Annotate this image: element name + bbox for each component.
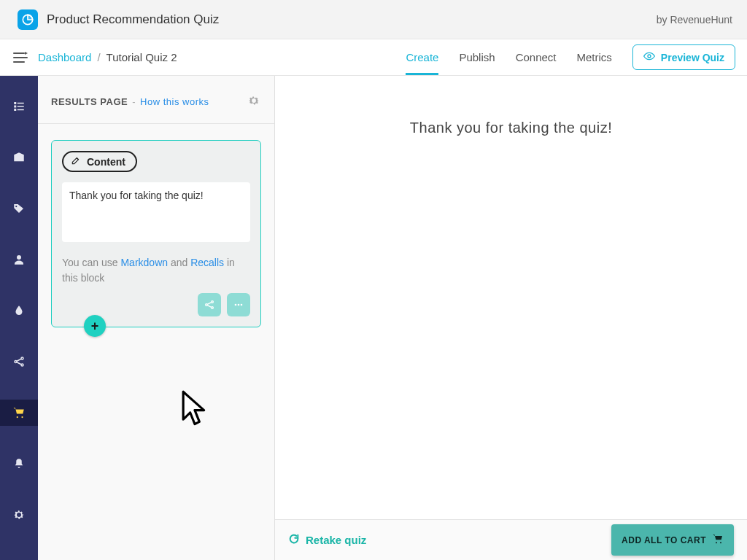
svg-point-20 <box>206 304 208 306</box>
rail-tag-icon[interactable] <box>0 195 38 222</box>
preview-quiz-button[interactable]: Preview Quiz <box>632 44 735 70</box>
app-title: Product Recommendation Quiz <box>47 12 219 27</box>
menu-toggle-icon[interactable] <box>12 49 29 66</box>
edit-icon <box>71 155 81 168</box>
eye-icon <box>643 50 655 64</box>
svg-point-18 <box>17 416 18 418</box>
results-page-title: RESULTS PAGE <box>51 96 128 107</box>
rail-bell-icon[interactable] <box>0 451 38 477</box>
content-editor[interactable] <box>62 182 250 242</box>
svg-rect-6 <box>18 103 24 104</box>
svg-rect-9 <box>14 109 16 111</box>
cursor-pointer-icon <box>181 389 209 432</box>
tab-metrics[interactable]: Metrics <box>577 39 612 75</box>
svg-line-24 <box>207 306 211 308</box>
svg-line-23 <box>207 303 211 305</box>
svg-point-12 <box>17 255 21 260</box>
tab-publish[interactable]: Publish <box>459 39 495 75</box>
rail-gear-icon[interactable] <box>0 502 38 528</box>
retake-quiz-button[interactable]: Retake quiz <box>288 533 366 547</box>
results-dash: - <box>132 96 136 107</box>
svg-point-22 <box>212 307 214 309</box>
rail-drop-icon[interactable] <box>0 298 38 324</box>
svg-point-26 <box>238 304 240 306</box>
svg-point-27 <box>241 304 243 306</box>
add-all-to-cart-button[interactable]: ADD ALL TO CART <box>611 524 734 556</box>
svg-rect-5 <box>14 102 16 104</box>
rail-cart-icon[interactable] <box>0 400 38 426</box>
by-line: by RevenueHunt <box>657 14 732 26</box>
add-all-label: ADD ALL TO CART <box>622 535 706 545</box>
block-share-button[interactable] <box>198 293 221 316</box>
content-chip[interactable]: Content <box>62 151 137 172</box>
content-block[interactable]: Content You can use Markdown and Recalls… <box>51 140 261 327</box>
svg-point-11 <box>15 206 17 207</box>
breadcrumb-dashboard[interactable]: Dashboard <box>38 51 91 63</box>
results-settings-icon[interactable] <box>247 93 261 110</box>
svg-rect-7 <box>14 106 16 108</box>
svg-line-17 <box>17 362 21 365</box>
rail-list-icon[interactable] <box>0 93 38 120</box>
svg-point-21 <box>212 301 214 303</box>
tab-connect[interactable]: Connect <box>516 39 557 75</box>
tab-create[interactable]: Create <box>406 39 438 75</box>
add-block-button[interactable]: + <box>84 315 106 337</box>
recalls-link[interactable]: Recalls <box>190 257 224 268</box>
svg-point-14 <box>21 357 23 359</box>
svg-point-4 <box>648 55 651 58</box>
cart-icon <box>712 533 724 547</box>
svg-point-25 <box>235 304 237 306</box>
content-hint: You can use Markdown and Recalls in this… <box>62 255 250 286</box>
how-this-works-link[interactable]: How this works <box>140 96 209 107</box>
preview-quiz-label: Preview Quiz <box>661 52 724 63</box>
rail-user-icon[interactable] <box>0 246 38 273</box>
retake-quiz-label: Retake quiz <box>306 534 366 546</box>
content-chip-label: Content <box>87 156 125 168</box>
svg-rect-10 <box>18 109 24 111</box>
app-logo <box>18 9 38 30</box>
redo-icon <box>288 533 300 547</box>
svg-point-13 <box>15 361 17 363</box>
svg-point-29 <box>720 542 721 543</box>
block-more-button[interactable] <box>227 293 250 316</box>
preview-heading: Thank you for taking the quiz! <box>290 120 732 136</box>
svg-point-28 <box>716 542 717 543</box>
svg-rect-8 <box>18 106 24 107</box>
svg-point-15 <box>21 364 23 366</box>
svg-point-19 <box>21 416 23 418</box>
markdown-link[interactable]: Markdown <box>120 257 168 268</box>
breadcrumb: Dashboard / Tutorial Quiz 2 <box>38 51 177 63</box>
svg-line-16 <box>17 359 21 361</box>
breadcrumb-sep: / <box>97 51 100 63</box>
rail-share-icon[interactable] <box>0 349 38 375</box>
breadcrumb-current: Tutorial Quiz 2 <box>107 51 177 63</box>
rail-box-icon[interactable] <box>0 144 38 171</box>
